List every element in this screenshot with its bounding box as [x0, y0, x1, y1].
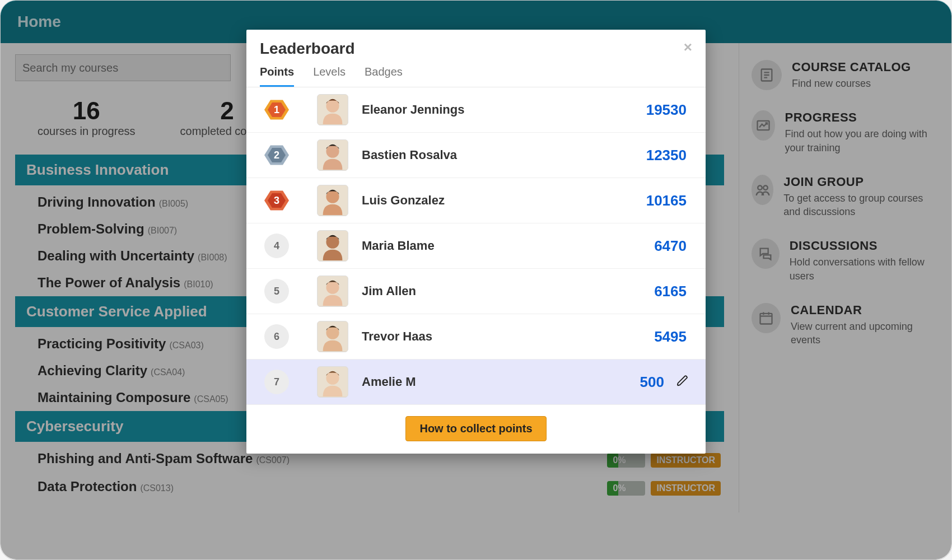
leaderboard-row[interactable]: 5Jim Allen6165 — [246, 269, 706, 314]
leaderboard-modal: Leaderboard × Points Levels Badges 1Elea… — [246, 30, 706, 454]
tab-points[interactable]: Points — [260, 66, 294, 87]
avatar — [317, 276, 348, 307]
leaderboard-name: Jim Allen — [362, 284, 644, 298]
pencil-icon[interactable] — [676, 375, 689, 389]
leaderboard-row[interactable]: 3Luis Gonzalez10165 — [246, 178, 706, 223]
how-to-collect-points-button[interactable]: How to collect points — [405, 416, 546, 441]
leaderboard-points: 6165 — [654, 283, 687, 300]
rank-medal-icon: 2 — [263, 142, 290, 169]
modal-tabs: Points Levels Badges — [246, 58, 706, 87]
svg-point-21 — [326, 190, 339, 203]
leaderboard-name: Luis Gonzalez — [362, 193, 636, 208]
rank-number: 7 — [263, 368, 290, 395]
leaderboard-name: Eleanor Jennings — [362, 102, 636, 117]
leaderboard-points: 12350 — [646, 147, 687, 164]
svg-point-23 — [326, 236, 339, 249]
leaderboard-points: 500 — [640, 374, 664, 391]
leaderboard-name: Amelie M — [362, 375, 630, 389]
leaderboard-points: 10165 — [646, 192, 687, 209]
rank-medal-icon: 3 — [263, 187, 290, 214]
leaderboard-row[interactable]: 1Eleanor Jennings19530 — [246, 87, 706, 133]
avatar — [317, 185, 348, 216]
tab-badges[interactable]: Badges — [365, 66, 403, 87]
leaderboard-points: 6470 — [654, 237, 687, 255]
leaderboard-row[interactable]: 6Trevor Haas5495 — [246, 314, 706, 360]
avatar — [317, 321, 348, 352]
leaderboard-name: Bastien Rosalva — [362, 148, 636, 162]
leaderboard-name: Trevor Haas — [362, 329, 644, 344]
leaderboard-row[interactable]: 2Bastien Rosalva12350 — [246, 133, 706, 178]
tab-levels[interactable]: Levels — [313, 66, 346, 87]
svg-point-25 — [326, 281, 339, 294]
avatar — [317, 94, 348, 125]
svg-point-27 — [326, 326, 339, 339]
modal-title: Leaderboard — [260, 40, 355, 58]
leaderboard-list[interactable]: 1Eleanor Jennings195302Bastien Rosalva12… — [246, 87, 706, 405]
avatar — [317, 366, 348, 398]
avatar — [317, 230, 348, 262]
svg-point-19 — [326, 145, 339, 158]
rank-number: 4 — [263, 232, 290, 259]
avatar — [317, 139, 348, 171]
leaderboard-points: 5495 — [654, 328, 687, 346]
rank-number: 5 — [263, 278, 290, 305]
svg-point-17 — [326, 100, 339, 113]
leaderboard-row[interactable]: 4Maria Blame6470 — [246, 223, 706, 269]
leaderboard-name: Maria Blame — [362, 239, 644, 253]
rank-medal-icon: 1 — [263, 96, 290, 123]
svg-point-29 — [326, 372, 339, 385]
rank-number: 6 — [263, 323, 290, 350]
close-icon[interactable]: × — [684, 40, 692, 54]
leaderboard-points: 19530 — [646, 101, 687, 119]
app-window: Home 16 courses in progress 2 completed … — [0, 0, 952, 560]
leaderboard-row[interactable]: 7Amelie M500 — [246, 360, 706, 405]
